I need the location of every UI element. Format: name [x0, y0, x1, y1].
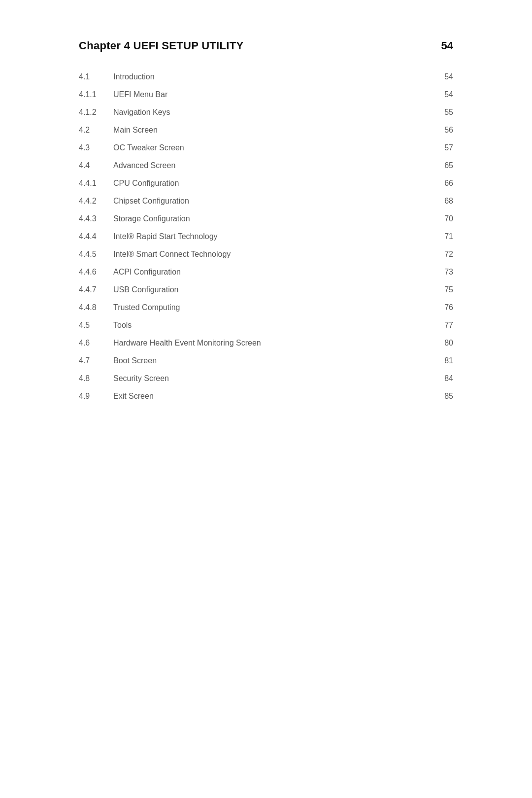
toc-label: USB Configuration [113, 285, 179, 294]
toc-label: Storage Configuration [113, 214, 190, 223]
toc-row: 4.4.5Intel® Smart Connect Technology72 [79, 245, 453, 263]
toc-label: ACPI Configuration [113, 268, 181, 277]
toc-label: Main Screen [113, 126, 158, 135]
toc-number: 4.7 [79, 356, 113, 365]
toc-number: 4.4.7 [79, 285, 113, 294]
toc-page: 54 [444, 90, 453, 99]
chapter-page-number: 54 [441, 39, 453, 52]
toc-row: 4.4.2Chipset Configuration68 [79, 192, 453, 210]
toc-page: 71 [444, 232, 453, 241]
toc-number: 4.4.2 [79, 197, 113, 206]
page-container: Chapter 4 UEFI SETUP UTILITY 54 4.1Intro… [0, 0, 532, 798]
toc-row: 4.4.8Trusted Computing76 [79, 299, 453, 316]
toc-row: 4.4.4Intel® Rapid Start Technology71 [79, 228, 453, 245]
toc-page: 57 [444, 143, 453, 152]
toc-row: 4.4Advanced Screen65 [79, 157, 453, 174]
toc-number: 4.9 [79, 392, 113, 401]
toc-number: 4.4.6 [79, 268, 113, 277]
toc-page: 66 [444, 179, 453, 188]
toc-number: 4.3 [79, 143, 113, 152]
toc-label: Chipset Configuration [113, 197, 189, 206]
toc-number: 4.4.1 [79, 179, 113, 188]
toc-number: 4.4.5 [79, 250, 113, 259]
toc-label: Advanced Screen [113, 161, 175, 170]
toc-row: 4.3OC Tweaker Screen57 [79, 139, 453, 157]
toc-number: 4.4 [79, 161, 113, 170]
toc-page: 80 [444, 339, 453, 347]
toc-page: 77 [444, 321, 453, 330]
toc-page: 54 [444, 72, 453, 81]
toc-page: 68 [444, 197, 453, 206]
toc-number: 4.6 [79, 339, 113, 347]
toc-row: 4.1Introduction54 [79, 68, 453, 86]
toc-label: Tools [113, 321, 132, 330]
toc-number: 4.4.3 [79, 214, 113, 223]
toc-page: 76 [444, 303, 453, 312]
toc-label: Boot Screen [113, 356, 157, 365]
chapter-title: Chapter 4 UEFI SETUP UTILITY [79, 39, 243, 52]
toc-number: 4.2 [79, 126, 113, 135]
toc-row: 4.5Tools77 [79, 316, 453, 334]
toc-row: 4.9Exit Screen85 [79, 387, 453, 405]
chapter-header: Chapter 4 UEFI SETUP UTILITY 54 [79, 39, 453, 54]
toc-row: 4.8Security Screen84 [79, 370, 453, 387]
toc-label: Trusted Computing [113, 303, 180, 312]
toc-row: 4.4.6ACPI Configuration73 [79, 263, 453, 281]
toc-page: 81 [444, 356, 453, 365]
toc-label: Security Screen [113, 374, 169, 383]
toc-page: 55 [444, 108, 453, 117]
toc-row: 4.1.2Navigation Keys55 [79, 104, 453, 121]
toc-row: 4.7Boot Screen81 [79, 352, 453, 370]
toc-number: 4.5 [79, 321, 113, 330]
toc-label: Exit Screen [113, 392, 154, 401]
toc-page: 73 [444, 268, 453, 277]
toc-number: 4.4.8 [79, 303, 113, 312]
toc-page: 70 [444, 214, 453, 223]
toc-label: OC Tweaker Screen [113, 143, 184, 152]
toc-number: 4.1 [79, 72, 113, 81]
toc-label: CPU Configuration [113, 179, 179, 188]
toc-label: Navigation Keys [113, 108, 170, 117]
toc-page: 72 [444, 250, 453, 259]
toc-page: 84 [444, 374, 453, 383]
toc-row: 4.1.1UEFI Menu Bar54 [79, 86, 453, 104]
toc-row: 4.4.3Storage Configuration70 [79, 210, 453, 228]
toc-label: UEFI Menu Bar [113, 90, 167, 99]
toc-label: Intel® Rapid Start Technology [113, 232, 218, 241]
toc-list: 4.1Introduction544.1.1UEFI Menu Bar544.1… [79, 68, 453, 405]
toc-row: 4.6Hardware Health Event Monitoring Scre… [79, 334, 453, 352]
toc-number: 4.1.1 [79, 90, 113, 99]
toc-label: Hardware Health Event Monitoring Screen [113, 339, 261, 347]
toc-page: 65 [444, 161, 453, 170]
toc-row: 4.4.7USB Configuration75 [79, 281, 453, 299]
toc-row: 4.2Main Screen56 [79, 121, 453, 139]
toc-number: 4.4.4 [79, 232, 113, 241]
toc-row: 4.4.1CPU Configuration66 [79, 174, 453, 192]
toc-page: 85 [444, 392, 453, 401]
toc-number: 4.8 [79, 374, 113, 383]
toc-number: 4.1.2 [79, 108, 113, 117]
toc-page: 56 [444, 126, 453, 135]
toc-label: Intel® Smart Connect Technology [113, 250, 231, 259]
toc-page: 75 [444, 285, 453, 294]
toc-label: Introduction [113, 72, 155, 81]
